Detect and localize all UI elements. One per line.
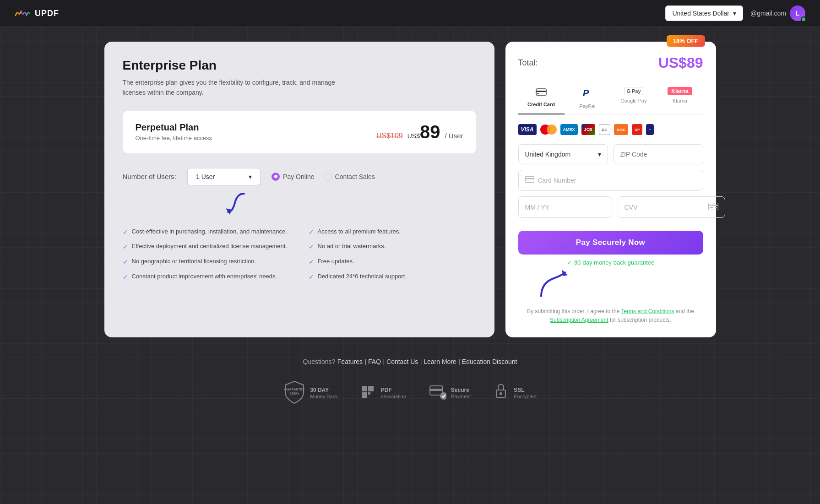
klarna-icon: Klarna	[668, 87, 692, 95]
check-icon: ✓	[123, 273, 128, 282]
left-panel: Enterprise Plan The enterprise plan give…	[104, 42, 494, 337]
cvv-input[interactable]	[625, 204, 705, 211]
discover-logo: DISC	[614, 124, 628, 135]
plan-subtitle: One-time fee, lifetime access	[136, 135, 212, 141]
jcb-logo: JCB	[581, 124, 595, 135]
user-count-dropdown[interactable]: 1 User ▾	[187, 168, 261, 185]
svg-marker-0	[226, 208, 232, 215]
svg-text:P: P	[583, 88, 589, 98]
feature-item: ✓ Effective deployment and centralized l…	[123, 242, 290, 252]
svg-point-20	[440, 392, 446, 400]
badge-money-back: GUARANTEE 100% 30 DAY Money Back	[283, 380, 338, 406]
feature-item: ✓ Access to all premium features.	[309, 228, 476, 237]
badge-ssl-text: SSL Encrypted	[514, 387, 537, 400]
feature-text: Dedicated 24*6 technical support.	[318, 272, 407, 281]
svg-point-22	[500, 392, 502, 395]
badge-pdf-association: PDF association	[360, 384, 406, 402]
svg-rect-5	[525, 177, 534, 183]
logo: UPDF	[15, 9, 59, 18]
check-icon: ✓	[309, 228, 314, 237]
footer-link-faq[interactable]: FAQ	[368, 358, 381, 365]
price-per: / User	[445, 132, 463, 140]
check-icon: ✓	[309, 243, 314, 252]
chevron-down-icon: ▾	[598, 151, 601, 158]
discount-badge: 18% OFF	[667, 35, 705, 47]
plan-card-right: US$109 US$89 / User	[376, 122, 463, 142]
country-select[interactable]: United Kingdom ▾	[518, 144, 608, 164]
amex-logo: AMEX	[560, 124, 578, 135]
paypal-icon: P	[583, 87, 592, 101]
payment-tabs: Credit Card P PayPal G Pay Google Pay Kl…	[518, 82, 703, 115]
feature-item: ✓ Constant product improvement with ente…	[123, 272, 290, 282]
feature-text: Free updates.	[318, 257, 354, 266]
footer-link-education[interactable]: Education Discount	[462, 358, 517, 365]
svg-rect-14	[362, 386, 367, 391]
svg-rect-16	[362, 392, 367, 398]
price-original: US$109	[376, 132, 403, 140]
svg-rect-17	[368, 392, 370, 395]
feature-text: No geographic or territorial licensing r…	[132, 257, 256, 266]
unionpay-logo: UP	[632, 124, 642, 135]
footer-badges: GUARANTEE 100% 30 DAY Money Back PDF	[15, 380, 805, 406]
features-grid: ✓ Cost-effective in purchasing, installa…	[123, 228, 476, 282]
currency-selector[interactable]: United States Dollar ▾	[665, 5, 743, 21]
google-pay-icon: G Pay	[624, 87, 643, 95]
svg-rect-9	[710, 207, 713, 208]
pay-online-radio[interactable]	[272, 173, 280, 181]
logo-waves	[15, 9, 31, 18]
check-icon: ✓	[309, 273, 314, 282]
badge-secure-payment: Secure Payment	[428, 384, 471, 402]
price-prefix: US$	[407, 132, 420, 140]
tab-credit-card[interactable]: Credit Card	[518, 82, 565, 114]
expiry-input[interactable]	[525, 204, 605, 211]
svg-rect-6	[525, 178, 534, 179]
check-circle-icon: ✓	[567, 259, 572, 266]
pay-online-option[interactable]: Pay Online	[272, 173, 314, 181]
cvv-field[interactable]	[618, 196, 725, 218]
klarna-tab-label: Klarna	[673, 98, 687, 103]
card-number-field[interactable]	[518, 170, 703, 191]
avatar[interactable]: L	[790, 5, 805, 21]
tab-paypal[interactable]: P PayPal	[565, 82, 611, 114]
feature-item: ✓ Cost-effective in purchasing, installa…	[123, 228, 290, 237]
terms-conditions-link[interactable]: Terms and Conditions	[621, 308, 674, 314]
feature-text: Cost-effective in purchasing, installati…	[132, 228, 287, 236]
footer: Questions? Features | FAQ | Contact Us |…	[0, 348, 820, 420]
feature-item: ✓ Dedicated 24*6 technical support.	[309, 272, 476, 282]
check-icon: ✓	[309, 258, 314, 267]
users-label: Number of Users:	[123, 173, 177, 180]
feature-text: Access to all premium features.	[318, 228, 401, 236]
tab-klarna[interactable]: Klarna Klarna	[657, 82, 703, 114]
logo-text: UPDF	[35, 9, 59, 18]
card-number-input[interactable]	[538, 177, 696, 184]
footer-link-contact[interactable]: Contact Us	[386, 358, 418, 365]
tab-google-pay[interactable]: G Pay Google Pay	[611, 82, 657, 114]
zip-code-field[interactable]	[614, 144, 703, 164]
pay-securely-button[interactable]: Pay Securely Now	[518, 231, 703, 255]
contact-sales-option[interactable]: Contact Sales	[324, 173, 375, 181]
badge-secure-text: Secure Payment	[451, 387, 471, 400]
expiry-field[interactable]	[518, 196, 612, 218]
plan-card: Perpetual Plan One-time fee, lifetime ac…	[123, 111, 476, 153]
subscription-agreement-link[interactable]: Subscription Agreement	[550, 317, 608, 323]
total-row: Total: US$89	[518, 54, 703, 71]
plan-card-left: Perpetual Plan One-time fee, lifetime ac…	[136, 122, 212, 141]
footer-link-learn-more[interactable]: Learn More	[424, 358, 456, 365]
feature-text: Effective deployment and centralized lic…	[132, 242, 287, 250]
card-number-row	[518, 170, 703, 191]
price-current: US$89	[407, 122, 440, 142]
card-logos: VISA AMEX JCB DC DISC UP +	[518, 124, 703, 135]
user-count-value: 1 User	[196, 173, 215, 180]
zip-input[interactable]	[620, 151, 696, 158]
right-panel: 18% OFF Total: US$89 Credit Card	[505, 42, 716, 337]
user-email: @gmail.com	[750, 10, 786, 17]
main-content: Enterprise Plan The enterprise plan give…	[90, 27, 731, 348]
contact-sales-radio[interactable]	[324, 173, 332, 181]
cvv-icon	[708, 203, 718, 211]
questions-text: Questions?	[303, 358, 336, 365]
header: UPDF United States Dollar ▾ @gmail.com L	[0, 0, 820, 27]
credit-card-icon	[536, 87, 547, 99]
user-selector-row: Number of Users: 1 User ▾ Pay Online Con…	[123, 168, 476, 185]
footer-link-features[interactable]: Features	[337, 358, 363, 365]
check-icon: ✓	[123, 243, 128, 252]
